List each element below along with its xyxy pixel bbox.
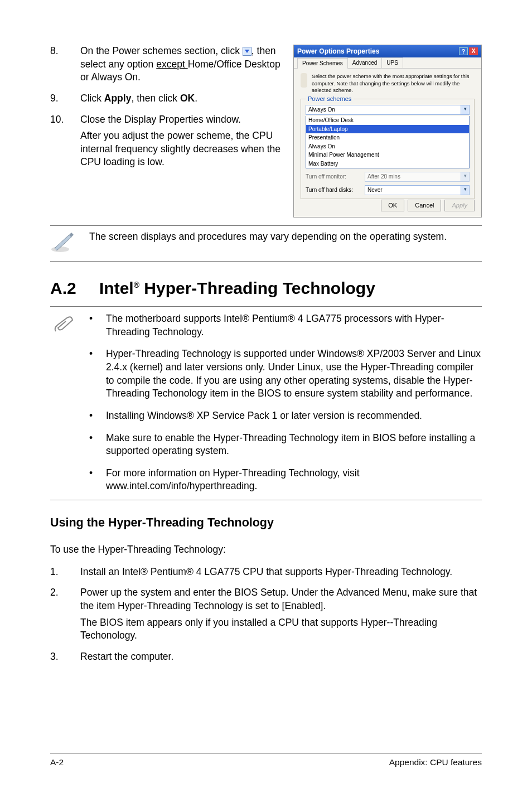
list-item[interactable]: Always On [306,142,469,151]
section-heading: A.2 Intel® Hyper-Threading Technology [50,277,482,300]
bullet: • [89,432,96,458]
note-text: The screen displays and procedures may v… [89,230,447,244]
power-options-dialog: Power Options Properties ? X Power Schem… [293,45,482,218]
dialog-titlebar: Power Options Properties ? X [294,45,481,57]
chevron-down-icon[interactable]: ▾ [461,186,469,195]
hdd-label: Turn off hard disks: [306,186,361,194]
paperclip-tip-icon [50,312,78,342]
intro-para: To use the Hyper-Threading Technology: [50,543,482,557]
step-num: 3. [50,650,67,667]
chevron-down-icon[interactable]: ▾ [461,105,469,114]
list-item[interactable]: Minimal Power Management [306,151,469,160]
page-footer: A-2 Appendix: CPU features [50,757,482,769]
dropdown-icon[interactable] [243,47,252,56]
tip-item: Make sure to enable the Hyper-Threading … [106,432,482,458]
v: Never [367,186,383,194]
apply-button[interactable]: Apply [444,200,475,211]
chevron-down-icon[interactable]: ▾ [461,172,469,181]
close-button[interactable]: X [469,47,478,55]
bottom-steps: 1. Install an Intel® Pentium® 4 LGA775 C… [50,566,482,667]
bullet: • [89,467,96,493]
section-num: A.2 [50,277,86,300]
page-num: A-2 [50,757,64,769]
battery-icon [301,73,307,88]
tab-ups[interactable]: UPS [381,57,403,68]
step-num: 8. [50,45,67,88]
t: except [156,59,187,70]
list-item[interactable]: Portable/Laptop [306,125,469,134]
t: OK [180,93,195,104]
monitor-select[interactable]: After 20 mins▾ [365,172,470,182]
t: . [195,93,197,104]
monitor-label: Turn off monitor: [306,173,361,181]
step-body: Close the Display Properties window. Aft… [80,113,283,173]
step-body: Install an Intel® Pentium® 4 LGA775 CPU … [80,566,482,582]
step-extra: After you adjust the power scheme, the C… [80,129,283,169]
tip-callout: •The motherboard supports Intel® Pentium… [50,306,482,500]
bullet: • [89,409,96,423]
tip-list: •The motherboard supports Intel® Pentium… [89,312,482,493]
cancel-button[interactable]: Cancel [408,200,441,211]
power-scheme-list[interactable]: Home/Office Desk Portable/Laptop Present… [306,116,470,168]
dialog-title: Power Options Properties [297,47,379,56]
list-item[interactable]: Home/Office Desk [306,116,469,125]
tip-item: Installing Windows® XP Service Pack 1 or… [106,409,422,423]
t: , then click [131,93,180,104]
t: Click [80,93,104,104]
pencil-note-icon [50,230,78,257]
t: On the Power schemes section, click [80,45,243,56]
subheading: Using the Hyper-Threading Technology [50,515,482,531]
t: Apply [104,93,132,104]
note-callout: The screen displays and procedures may v… [50,225,482,262]
hdd-select[interactable]: Never▾ [365,185,470,195]
power-schemes-group: Power schemes Always On ▾ Home/Office De… [301,99,475,199]
step-body: Power up the system and enter the BIOS S… [80,586,482,646]
step-num: 10. [50,113,67,173]
step-body: Click Apply, then click OK. [80,92,283,109]
footer-title: Appendix: CPU features [389,757,482,769]
step-body: Restart the computer. [80,650,482,667]
top-steps: 8. On the Power schemes section, click ,… [50,45,283,218]
step-num: 1. [50,566,67,582]
power-scheme-combo[interactable]: Always On ▾ [306,105,470,115]
tab-advanced[interactable]: Advanced [347,57,382,68]
t: Close the Display Properties window. [80,114,241,125]
section-title: Intel® Hyper-Threading Technology [99,277,375,300]
tip-item: For more information on Hyper-Threading … [106,467,482,493]
combo-value: Always On [308,106,335,114]
footer-rule [50,753,482,754]
tip-item: Hyper-Threading Technology is supported … [106,347,482,400]
list-item[interactable]: Max Battery [306,160,469,168]
step-num: 9. [50,92,67,109]
list-item[interactable]: Presentation [306,133,469,142]
dialog-desc: Select the power scheme with the most ap… [312,73,475,94]
ok-button[interactable]: OK [381,200,404,211]
tab-power-schemes[interactable]: Power Schemes [297,58,348,69]
help-button[interactable]: ? [459,47,468,55]
tip-item: The motherboard supports Intel® Pentium®… [106,312,482,339]
group-title: Power schemes [306,95,354,103]
bullet: • [89,312,96,339]
bullet: • [89,347,96,400]
step-num: 2. [50,586,67,646]
v: After 20 mins [367,173,400,181]
step-body: On the Power schemes section, click , th… [80,45,283,88]
